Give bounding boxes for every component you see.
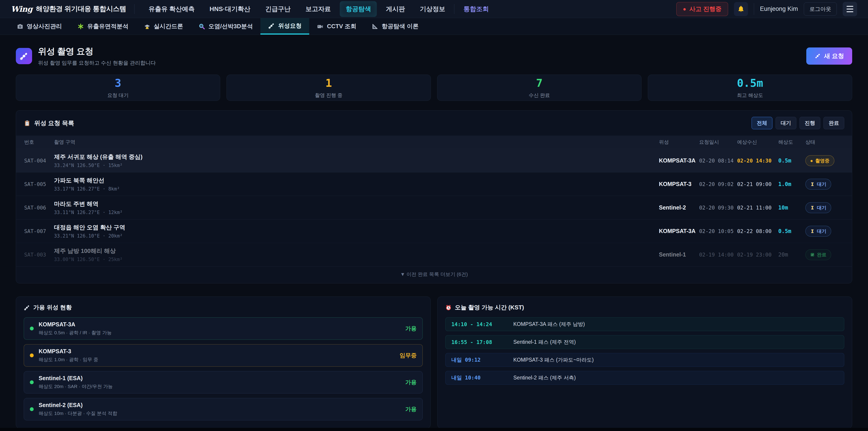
new-request-button[interactable]: 새 요청 [806, 48, 852, 65]
request-list-card: 위성 요청 목록 전체 대기 진행 완료 번호 촬영 구역 위성 요청일시 예상… [16, 110, 852, 283]
tab-satellite-request[interactable]: 위성요청 [260, 18, 309, 35]
show-more-link[interactable]: ▼ 이전 완료 목록 더보기 (6건) [16, 266, 852, 283]
nav-item-aerial-search[interactable]: 항공탐색 [340, 1, 377, 17]
available-satellites-panel: 가용 위성 현황 KOMPSAT-3A 해상도 0.5m · 광학 / IR ·… [16, 297, 431, 428]
area-coords: 33.21°N 126.10°E · 20km² [54, 233, 659, 239]
satellite-desc: 해상도 20m · SAR · 야간/우천 가능 [39, 383, 400, 390]
stat-label: 촬영 진행 중 [315, 92, 342, 99]
stat-card-shooting: 1 촬영 진행 중 [226, 74, 431, 101]
notifications-button[interactable] [734, 2, 748, 16]
area-coords: 33.11°N 126.27°E · 12km² [54, 210, 659, 215]
stat-value: 3 [115, 76, 121, 89]
page-title: 위성 촬영 요청 [38, 45, 156, 57]
pass-times-title: 오늘 촬영 가능 시간 (KST) [445, 304, 844, 311]
resolution: 1.0m [778, 181, 805, 187]
nav-item-oil-spill[interactable]: 유출유 확산예측 [143, 1, 200, 17]
clipboard-icon [24, 120, 31, 127]
filter-all-button[interactable]: 전체 [752, 117, 772, 129]
nav-item-hns[interactable]: HNS·대기확산 [204, 1, 256, 17]
resolution: 20m [778, 251, 805, 258]
stat-card-pending: 3 요청 대기 [16, 74, 220, 101]
satellite-icon [814, 53, 821, 59]
satellite-icon [268, 22, 275, 29]
ruler-icon [372, 23, 378, 30]
stat-card-best-resolution: 0.5m 최고 해상도 [648, 74, 852, 101]
tab-label: 유출유면적분석 [87, 22, 128, 30]
satellite-status: 임무중 [400, 352, 416, 359]
resolution: 10m [778, 205, 805, 211]
expected-at: 02-22 08:00 [737, 228, 778, 234]
status-dot-green [30, 407, 34, 411]
expected-at: 02-21 11:00 [737, 205, 778, 211]
area-title: 대정읍 해안 오염 확산 구역 [54, 223, 659, 232]
stat-cards: 3 요청 대기 1 촬영 진행 중 7 수신 완료 0.5m 최고 해상도 [16, 74, 852, 101]
expected-at: 02-21 09:00 [737, 181, 778, 187]
requested-at: 02-20 08:14 [699, 158, 737, 164]
area-title: 제주 서귀포 해상 (유출 해역 중심) [54, 153, 659, 161]
page-header-left: 위성 촬영 요청 위성 촬영 임무를 요청하고 수신 현황을 관리합니다 [16, 45, 156, 66]
tab-realtime-drone[interactable]: 실시간드론 [136, 18, 191, 35]
table-row[interactable]: SAT-004 제주 서귀포 해상 (유출 해역 중심) 33.24°N 126… [16, 149, 852, 172]
tab-label: 위성요청 [278, 22, 302, 30]
pass-row: 14:10 - 14:24 KOMPSAT-3A 패스 (제주 남방) [445, 317, 844, 331]
pass-row: 내일 10:40 Sentinel-2 패스 (제주 서측) [445, 371, 844, 385]
tab-spill-area-analysis[interactable]: 유출유면적분석 [70, 18, 136, 35]
nav-item-reports[interactable]: 보고자료 [300, 1, 337, 17]
navbar-right: ● 사고 진행중 Eunjeong Kim 로그아웃 [676, 2, 857, 16]
brand[interactable]: Wing 해양환경 위기대응 통합시스템 [11, 4, 126, 13]
satellite-info: Sentinel-2 (ESA) 해상도 10m · 다분광 · 수질 분석 적… [39, 402, 400, 417]
status-text: 완료 [817, 251, 827, 258]
col-header-resolution: 해상도 [778, 139, 805, 146]
hamburger-menu-button[interactable] [843, 2, 857, 16]
tab-photo-management[interactable]: 영상사진관리 [9, 18, 70, 35]
table-row[interactable]: SAT-006 마라도 주변 해역 33.11°N 126.27°E · 12k… [16, 196, 852, 219]
check-icon [810, 252, 815, 257]
tab-cctv[interactable]: CCTV 조회 [309, 18, 364, 35]
pass-times-panel: 오늘 촬영 가능 시간 (KST) 14:10 - 14:24 KOMPSAT-… [437, 297, 852, 428]
incident-dot-icon: ● [683, 6, 686, 12]
satellite-item: KOMPSAT-3 해상도 1.0m · 광학 · 임무 중 임무중 [24, 344, 423, 367]
logout-button[interactable]: 로그아웃 [804, 2, 837, 16]
nav-item-integrated-search[interactable]: 통합조회 [458, 1, 495, 17]
col-header-satellite: 위성 [659, 139, 699, 146]
tab-pollution-3d-analysis[interactable]: 오염/선박3D분석 [191, 18, 260, 35]
pass-time: 16:55 - 17:08 [452, 339, 506, 345]
request-area: 가파도 북쪽 해안선 33.17°N 126.27°E · 8km² [54, 177, 659, 192]
pass-desc: Sentinel-2 패스 (제주 서측) [513, 374, 576, 381]
satellite-status: 가용 [405, 325, 416, 332]
bell-icon [737, 5, 745, 13]
request-id: SAT-005 [24, 181, 54, 187]
drone-icon [144, 23, 151, 30]
satellite-info: KOMPSAT-3 해상도 1.0m · 광학 · 임무 중 [39, 348, 395, 363]
filter-waiting-button[interactable]: 대기 [776, 117, 796, 129]
tab-aerial-theory[interactable]: 항공탐색 이론 [364, 18, 426, 35]
incident-status-badge[interactable]: ● 사고 진행중 [676, 2, 728, 16]
status-cell: 대기 [805, 202, 844, 213]
table-row[interactable]: SAT-003 제주 남방 100해리 해상 33.00°N 126.50°E … [16, 243, 852, 266]
table-row[interactable]: SAT-005 가파도 북쪽 해안선 33.17°N 126.27°E · 8k… [16, 172, 852, 196]
area-title: 가파도 북쪽 해안선 [54, 177, 659, 184]
alarm-clock-icon [445, 304, 452, 311]
incident-label: 사고 진행중 [689, 5, 721, 13]
nav-item-weather[interactable]: 기상정보 [414, 1, 451, 17]
request-list-header: 위성 요청 목록 전체 대기 진행 완료 [16, 111, 852, 135]
pass-desc: KOMPSAT-3A 패스 (제주 남방) [513, 321, 585, 328]
satellite-status: 가용 [405, 378, 416, 386]
satellite-name: Sentinel-2 [659, 204, 699, 211]
pass-time: 내일 09:12 [452, 357, 506, 363]
hamburger-icon [846, 6, 853, 7]
col-header-area: 촬영 구역 [54, 139, 659, 146]
nav-item-rescue[interactable]: 긴급구난 [259, 1, 296, 17]
filter-progress-button[interactable]: 진행 [800, 117, 820, 129]
status-cell: 대기 [805, 179, 844, 190]
tab-label: 영상사진관리 [27, 22, 62, 30]
area-coords: 33.17°N 126.27°E · 8km² [54, 186, 659, 192]
tab-label: 항공탐색 이론 [381, 22, 418, 30]
stat-label: 최고 해상도 [737, 92, 763, 99]
table-row[interactable]: SAT-007 대정읍 해안 오염 확산 구역 33.21°N 126.10°E… [16, 219, 852, 243]
page-satellite-icon [16, 48, 32, 64]
filter-done-button[interactable]: 완료 [824, 117, 844, 129]
status-cell: ● 촬영중 [805, 155, 844, 166]
new-request-label: 새 요청 [824, 52, 844, 60]
nav-item-board[interactable]: 게시판 [380, 1, 411, 17]
